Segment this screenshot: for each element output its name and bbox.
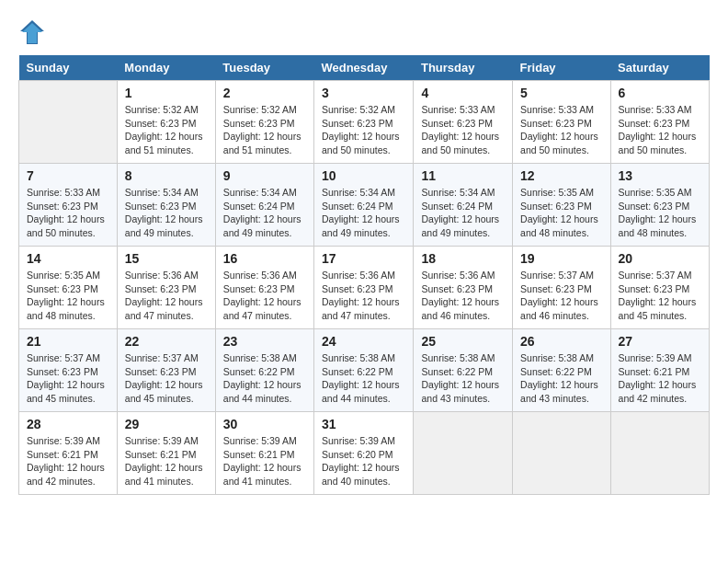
day-info: Sunrise: 5:39 AM Sunset: 6:21 PM Dayligh…: [125, 434, 208, 488]
week-row-4: 21Sunrise: 5:37 AM Sunset: 6:23 PM Dayli…: [19, 329, 710, 412]
calendar-cell: 7Sunrise: 5:33 AM Sunset: 6:23 PM Daylig…: [19, 164, 118, 247]
calendar-cell: 16Sunrise: 5:36 AM Sunset: 6:23 PM Dayli…: [215, 247, 313, 329]
day-number: 16: [223, 251, 306, 266]
week-row-3: 14Sunrise: 5:35 AM Sunset: 6:23 PM Dayli…: [19, 247, 710, 329]
day-info: Sunrise: 5:37 AM Sunset: 6:23 PM Dayligh…: [520, 269, 602, 323]
day-number: 12: [520, 168, 602, 183]
day-info: Sunrise: 5:38 AM Sunset: 6:22 PM Dayligh…: [421, 351, 505, 406]
week-row-2: 7Sunrise: 5:33 AM Sunset: 6:23 PM Daylig…: [19, 164, 710, 247]
day-info: Sunrise: 5:33 AM Sunset: 6:23 PM Dayligh…: [619, 103, 701, 157]
calendar-cell: [610, 412, 709, 495]
day-number: 30: [223, 417, 306, 431]
day-info: Sunrise: 5:32 AM Sunset: 6:23 PM Dayligh…: [223, 103, 306, 157]
day-number: 31: [322, 417, 406, 431]
day-info: Sunrise: 5:34 AM Sunset: 6:23 PM Dayligh…: [125, 186, 208, 240]
day-info: Sunrise: 5:39 AM Sunset: 6:21 PM Dayligh…: [27, 434, 109, 488]
calendar-cell: 15Sunrise: 5:36 AM Sunset: 6:23 PM Dayli…: [117, 247, 215, 329]
day-number: 13: [619, 168, 701, 183]
day-info: Sunrise: 5:34 AM Sunset: 6:24 PM Dayligh…: [223, 186, 306, 240]
logo: [18, 18, 50, 46]
day-number: 27: [619, 334, 701, 349]
calendar-cell: 12Sunrise: 5:35 AM Sunset: 6:23 PM Dayli…: [513, 164, 610, 247]
col-monday: Monday: [117, 55, 215, 81]
day-number: 8: [125, 168, 208, 183]
page-header: [18, 18, 710, 46]
logo-icon: [18, 18, 46, 46]
col-tuesday: Tuesday: [215, 55, 313, 81]
calendar-cell: 26Sunrise: 5:38 AM Sunset: 6:22 PM Dayli…: [513, 329, 610, 412]
calendar-cell: 22Sunrise: 5:37 AM Sunset: 6:23 PM Dayli…: [117, 329, 215, 412]
col-saturday: Saturday: [610, 55, 709, 81]
calendar-cell: 17Sunrise: 5:36 AM Sunset: 6:23 PM Dayli…: [313, 247, 414, 329]
calendar-cell: 31Sunrise: 5:39 AM Sunset: 6:20 PM Dayli…: [313, 412, 414, 495]
calendar-cell: 24Sunrise: 5:38 AM Sunset: 6:22 PM Dayli…: [313, 329, 414, 412]
calendar-cell: [513, 412, 610, 495]
day-info: Sunrise: 5:36 AM Sunset: 6:23 PM Dayligh…: [223, 269, 306, 323]
calendar-cell: 28Sunrise: 5:39 AM Sunset: 6:21 PM Dayli…: [19, 412, 118, 495]
calendar-cell: 6Sunrise: 5:33 AM Sunset: 6:23 PM Daylig…: [610, 81, 709, 164]
calendar-cell: 14Sunrise: 5:35 AM Sunset: 6:23 PM Dayli…: [19, 247, 118, 329]
day-info: Sunrise: 5:37 AM Sunset: 6:23 PM Dayligh…: [125, 351, 208, 406]
calendar-cell: 4Sunrise: 5:33 AM Sunset: 6:23 PM Daylig…: [414, 81, 513, 164]
day-info: Sunrise: 5:36 AM Sunset: 6:23 PM Dayligh…: [322, 269, 406, 323]
day-number: 11: [421, 168, 505, 183]
day-number: 14: [27, 251, 109, 266]
week-row-5: 28Sunrise: 5:39 AM Sunset: 6:21 PM Dayli…: [19, 412, 710, 495]
day-info: Sunrise: 5:37 AM Sunset: 6:23 PM Dayligh…: [27, 351, 109, 406]
calendar-cell: [414, 412, 513, 495]
day-number: 5: [520, 86, 602, 100]
day-number: 10: [322, 168, 406, 183]
day-number: 21: [27, 334, 109, 349]
day-number: 7: [27, 168, 109, 183]
day-info: Sunrise: 5:36 AM Sunset: 6:23 PM Dayligh…: [421, 269, 505, 323]
day-number: 3: [322, 86, 406, 100]
calendar-table: Sunday Monday Tuesday Wednesday Thursday…: [18, 55, 710, 495]
day-number: 24: [322, 334, 406, 349]
day-number: 20: [619, 251, 701, 266]
day-number: 15: [125, 251, 208, 266]
calendar-cell: 23Sunrise: 5:38 AM Sunset: 6:22 PM Dayli…: [215, 329, 313, 412]
day-number: 19: [520, 251, 602, 266]
day-number: 1: [125, 86, 208, 100]
calendar-cell: 10Sunrise: 5:34 AM Sunset: 6:24 PM Dayli…: [313, 164, 414, 247]
day-info: Sunrise: 5:38 AM Sunset: 6:22 PM Dayligh…: [223, 351, 306, 406]
day-number: 29: [125, 417, 208, 431]
day-number: 2: [223, 86, 306, 100]
calendar-cell: 11Sunrise: 5:34 AM Sunset: 6:24 PM Dayli…: [414, 164, 513, 247]
calendar-cell: 13Sunrise: 5:35 AM Sunset: 6:23 PM Dayli…: [610, 164, 709, 247]
calendar-cell: 21Sunrise: 5:37 AM Sunset: 6:23 PM Dayli…: [19, 329, 118, 412]
day-number: 28: [27, 417, 109, 431]
day-info: Sunrise: 5:39 AM Sunset: 6:21 PM Dayligh…: [223, 434, 306, 488]
day-info: Sunrise: 5:38 AM Sunset: 6:22 PM Dayligh…: [520, 351, 602, 406]
col-friday: Friday: [513, 55, 610, 81]
calendar-cell: 27Sunrise: 5:39 AM Sunset: 6:21 PM Dayli…: [610, 329, 709, 412]
day-info: Sunrise: 5:33 AM Sunset: 6:23 PM Dayligh…: [27, 186, 109, 240]
day-number: 18: [421, 251, 505, 266]
calendar-cell: 20Sunrise: 5:37 AM Sunset: 6:23 PM Dayli…: [610, 247, 709, 329]
calendar-cell: 8Sunrise: 5:34 AM Sunset: 6:23 PM Daylig…: [117, 164, 215, 247]
day-info: Sunrise: 5:32 AM Sunset: 6:23 PM Dayligh…: [125, 103, 208, 157]
day-number: 4: [421, 86, 505, 100]
day-info: Sunrise: 5:37 AM Sunset: 6:23 PM Dayligh…: [619, 269, 701, 323]
day-info: Sunrise: 5:35 AM Sunset: 6:23 PM Dayligh…: [619, 186, 701, 240]
day-number: 23: [223, 334, 306, 349]
calendar-cell: 19Sunrise: 5:37 AM Sunset: 6:23 PM Dayli…: [513, 247, 610, 329]
calendar-cell: [19, 81, 118, 164]
day-number: 22: [125, 334, 208, 349]
day-info: Sunrise: 5:35 AM Sunset: 6:23 PM Dayligh…: [27, 269, 109, 323]
day-info: Sunrise: 5:36 AM Sunset: 6:23 PM Dayligh…: [125, 269, 208, 323]
day-info: Sunrise: 5:34 AM Sunset: 6:24 PM Dayligh…: [421, 186, 505, 240]
col-wednesday: Wednesday: [313, 55, 414, 81]
col-thursday: Thursday: [414, 55, 513, 81]
day-info: Sunrise: 5:33 AM Sunset: 6:23 PM Dayligh…: [520, 103, 602, 157]
calendar-cell: 9Sunrise: 5:34 AM Sunset: 6:24 PM Daylig…: [215, 164, 313, 247]
calendar-cell: 3Sunrise: 5:32 AM Sunset: 6:23 PM Daylig…: [313, 81, 414, 164]
day-number: 6: [619, 86, 701, 100]
calendar-cell: 29Sunrise: 5:39 AM Sunset: 6:21 PM Dayli…: [117, 412, 215, 495]
day-number: 26: [520, 334, 602, 349]
header-row: Sunday Monday Tuesday Wednesday Thursday…: [19, 55, 710, 81]
calendar-cell: 5Sunrise: 5:33 AM Sunset: 6:23 PM Daylig…: [513, 81, 610, 164]
calendar-cell: 30Sunrise: 5:39 AM Sunset: 6:21 PM Dayli…: [215, 412, 313, 495]
day-info: Sunrise: 5:39 AM Sunset: 6:21 PM Dayligh…: [619, 351, 701, 406]
day-info: Sunrise: 5:34 AM Sunset: 6:24 PM Dayligh…: [322, 186, 406, 240]
